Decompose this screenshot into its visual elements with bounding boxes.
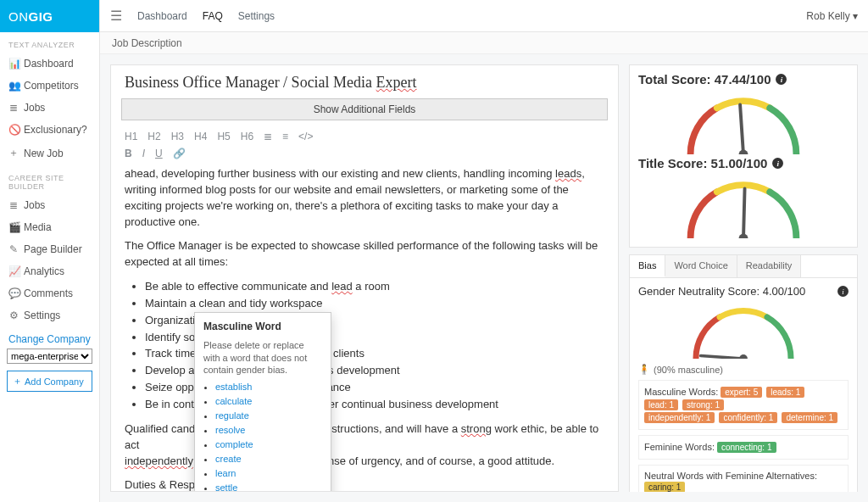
sidebar-item-newjob[interactable]: ＋New Job bbox=[0, 141, 99, 165]
ol-icon[interactable]: ≡ bbox=[282, 131, 288, 142]
user-name: Rob Kelly bbox=[806, 10, 849, 22]
word-tag[interactable]: connecting: 1 bbox=[717, 442, 776, 453]
flagged-word[interactable]: Expert bbox=[376, 74, 417, 91]
tab-bias[interactable]: Bias bbox=[630, 255, 665, 277]
link-icon[interactable]: 🔗 bbox=[173, 148, 186, 159]
suggestion-link[interactable]: establish bbox=[215, 382, 252, 392]
menu-icon[interactable]: ☰ bbox=[110, 8, 122, 24]
sidebar-item-dashboard[interactable]: 📊Dashboard bbox=[0, 53, 99, 75]
tab-readability[interactable]: Readability bbox=[737, 255, 801, 277]
total-score-gauge bbox=[638, 86, 849, 156]
word-tag[interactable]: strong: 1 bbox=[682, 399, 724, 410]
popover-title: Masculine Word bbox=[203, 320, 322, 334]
suggestion-link[interactable]: settle bbox=[215, 482, 237, 491]
flagged-word[interactable]: strong bbox=[461, 422, 492, 435]
show-additional-button[interactable]: Show Additional Fields bbox=[121, 98, 608, 120]
h3-button[interactable]: H3 bbox=[171, 131, 184, 142]
user-menu[interactable]: Rob Kelly ▾ bbox=[806, 10, 858, 22]
word-tag[interactable]: independently: 1 bbox=[644, 412, 715, 423]
sidebar-item-comments[interactable]: 💬Comments bbox=[0, 282, 99, 304]
info-icon[interactable]: i bbox=[837, 286, 849, 297]
job-title-text: Business Office Manager / Social Media bbox=[125, 74, 376, 91]
suggestion-link[interactable]: create bbox=[215, 454, 242, 464]
add-company-label: Add Company bbox=[25, 376, 84, 387]
score-panel: Total Score: 47.44/100 i Title bbox=[629, 64, 858, 492]
plus-icon: ＋ bbox=[8, 146, 19, 160]
word-tag[interactable]: confidently: 1 bbox=[719, 412, 777, 423]
word-tag[interactable]: determine: 1 bbox=[782, 412, 837, 423]
editor-panel: Business Office Manager / Social Media E… bbox=[110, 64, 619, 492]
svg-point-1 bbox=[739, 150, 748, 154]
ul-icon[interactable]: ≣ bbox=[264, 131, 272, 142]
italic-icon[interactable]: I bbox=[142, 148, 145, 159]
job-title[interactable]: Business Office Manager / Social Media E… bbox=[111, 65, 618, 98]
sidebar-item-competitors[interactable]: 👥Competitors bbox=[0, 75, 99, 97]
sidebar-item-label: Exclusionary? bbox=[24, 124, 87, 136]
h1-button[interactable]: H1 bbox=[125, 131, 137, 142]
media-icon: 🎬 bbox=[8, 221, 19, 233]
suggestion-link[interactable]: resolve bbox=[215, 425, 245, 435]
topnav-settings[interactable]: Settings bbox=[238, 10, 275, 22]
suggestion-link[interactable]: learn bbox=[215, 468, 236, 478]
h5-button[interactable]: H5 bbox=[217, 131, 230, 142]
h6-button[interactable]: H6 bbox=[241, 131, 253, 142]
sidebar-item-label: Jobs bbox=[24, 199, 45, 211]
sidebar-item-label: Dashboard bbox=[24, 58, 74, 70]
sidebar-item-csb-jobs[interactable]: ≣Jobs bbox=[0, 194, 99, 216]
bold-icon[interactable]: B bbox=[125, 148, 132, 159]
editor-toolbar: H1 H2 H3 H4 H5 H6 ≣ ≡ </> bbox=[111, 127, 618, 144]
suggestion-link[interactable]: regulate bbox=[215, 410, 249, 421]
code-icon[interactable]: </> bbox=[298, 131, 313, 142]
comments-icon: 💬 bbox=[8, 287, 19, 299]
jobs-icon: ≣ bbox=[8, 199, 19, 211]
editor-body[interactable]: ahead, developing further business with … bbox=[111, 161, 618, 491]
sidebar-item-settings[interactable]: ⚙Settings bbox=[0, 304, 99, 326]
gender-gauge bbox=[638, 298, 849, 360]
word-tag[interactable]: caring: 1 bbox=[644, 482, 685, 492]
brand-logo: ONGIG bbox=[0, 0, 99, 32]
sidebar-item-pagebuilder[interactable]: ✎Page Builder bbox=[0, 238, 99, 260]
info-icon[interactable]: i bbox=[772, 158, 783, 169]
exclusionary-icon: 🚫 bbox=[8, 124, 19, 136]
sidebar-item-label: Comments bbox=[24, 287, 73, 299]
svg-point-5 bbox=[739, 354, 748, 359]
sidebar-item-exclusionary[interactable]: 🚫Exclusionary? bbox=[0, 119, 99, 141]
sidebar-item-label: Competitors bbox=[24, 80, 79, 92]
neutral-words-block: Neutral Words with Feminine Alternatives… bbox=[638, 465, 849, 492]
word-tag[interactable]: expert: 5 bbox=[721, 387, 762, 398]
gear-icon: ⚙ bbox=[8, 310, 19, 321]
person-icon: 🧍 bbox=[638, 364, 650, 375]
underline-icon[interactable]: U bbox=[155, 148, 163, 159]
sidebar: ONGIG TEXT ANALYZER 📊Dashboard 👥Competit… bbox=[0, 0, 100, 502]
sidebar-item-analytics[interactable]: 📈Analytics bbox=[0, 260, 99, 282]
topnav-faq[interactable]: FAQ bbox=[203, 10, 223, 22]
sidebar-item-label: Settings bbox=[24, 310, 60, 321]
page-icon: ✎ bbox=[8, 243, 19, 255]
topnav-dashboard[interactable]: Dashboard bbox=[137, 10, 187, 22]
sidebar-item-jobs[interactable]: ≣Jobs bbox=[0, 97, 99, 119]
plus-icon: ＋ bbox=[13, 375, 22, 388]
h2-button[interactable]: H2 bbox=[147, 131, 160, 142]
suggestion-link[interactable]: complete bbox=[215, 439, 253, 449]
competitors-icon: 👥 bbox=[8, 80, 19, 92]
sidebar-section-title: TEXT ANALYZER bbox=[0, 32, 99, 53]
company-select[interactable]: mega-enterprises bbox=[7, 349, 92, 364]
jobs-icon: ≣ bbox=[8, 102, 19, 114]
h4-button[interactable]: H4 bbox=[194, 131, 207, 142]
info-icon[interactable]: i bbox=[776, 74, 787, 85]
change-company-link[interactable]: Change Company bbox=[0, 326, 99, 349]
masculine-words-block: Masculine Words: expert: 5 leads: 1 lead… bbox=[638, 380, 849, 430]
flagged-word[interactable]: independently bbox=[125, 455, 193, 467]
word-tag[interactable]: lead: 1 bbox=[644, 399, 678, 410]
tab-wordchoice[interactable]: Word Choice bbox=[665, 255, 737, 277]
sidebar-section-title: CAREER SITE BUILDER bbox=[0, 165, 99, 194]
suggestion-popover: Masculine Word Please delete or replace … bbox=[194, 312, 331, 491]
suggestion-link[interactable]: calculate bbox=[215, 396, 252, 406]
word-tag[interactable]: leads: 1 bbox=[766, 387, 804, 398]
add-company-button[interactable]: ＋Add Company bbox=[7, 371, 92, 392]
svg-line-2 bbox=[743, 189, 745, 239]
sidebar-item-label: Media bbox=[24, 221, 52, 233]
flagged-word[interactable]: lead bbox=[331, 280, 353, 293]
flagged-word[interactable]: leads bbox=[555, 167, 581, 180]
sidebar-item-media[interactable]: 🎬Media bbox=[0, 216, 99, 238]
